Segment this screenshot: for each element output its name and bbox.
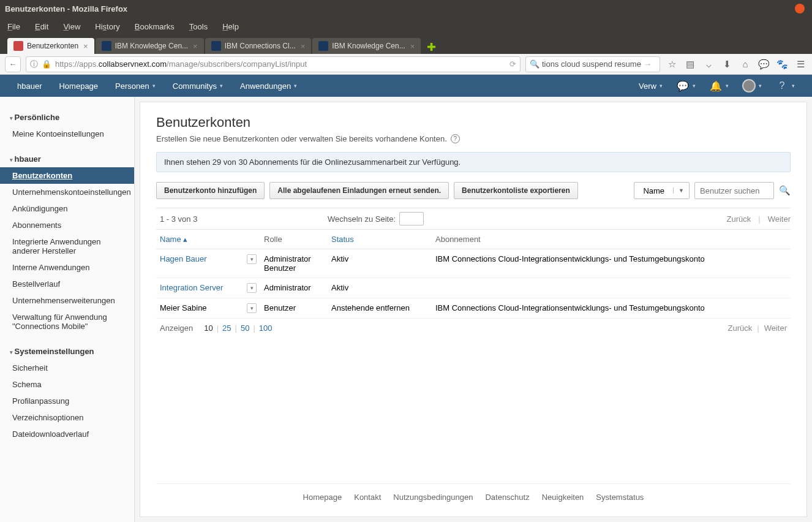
pager-top: 1 - 3 von 3 Wechseln zu Seite: Zurück | … — [156, 208, 791, 230]
go-icon[interactable]: → — [644, 59, 652, 69]
sidebar-item-benutzerkonten[interactable]: Benutzerkonten — [0, 167, 134, 184]
url-field[interactable]: ⓘ 🔒 https://apps.collabservnext.com/mana… — [26, 56, 521, 72]
page-size-25[interactable]: 25 — [222, 323, 231, 333]
hamburger-menu-icon[interactable]: ☰ — [794, 58, 807, 71]
sidebar-item-profile-custom[interactable]: Profilanpassung — [0, 393, 134, 409]
star-icon[interactable]: ☆ — [665, 58, 679, 71]
row-menu-icon[interactable]: ▾ — [247, 254, 257, 264]
page-size-100[interactable]: 100 — [259, 323, 273, 333]
footer-link[interactable]: Datenschutz — [485, 493, 529, 502]
help-icon[interactable]: ? — [451, 134, 460, 143]
home-icon[interactable]: ⌂ — [739, 58, 752, 71]
tab-close-icon[interactable]: × — [301, 42, 306, 51]
footer-link[interactable]: Neuigkeiten — [542, 493, 584, 502]
sidebar-item-download-history[interactable]: Dateidownloadverlauf — [0, 426, 134, 442]
tab-close-icon[interactable]: × — [410, 42, 415, 51]
goto-page-input[interactable] — [399, 212, 424, 225]
footer-link[interactable]: Kontakt — [354, 493, 381, 502]
nav-personen[interactable]: Personen▾ — [115, 81, 156, 91]
cell-subscription: IBM Connections Cloud-Integrationsentwic… — [432, 249, 791, 278]
prev-page-link[interactable]: Zurück — [727, 214, 751, 224]
browser-tab[interactable]: IBM Knowledge Cen... × — [312, 38, 421, 54]
sidebar-item-schema[interactable]: Schema — [0, 376, 134, 393]
row-menu-icon[interactable]: ▾ — [247, 283, 257, 293]
downloads-icon[interactable]: ⬇ — [720, 58, 734, 71]
filter-field-select[interactable]: Name ▼ — [634, 182, 690, 199]
col-status[interactable]: Status — [328, 230, 432, 249]
cell-role: Administrator — [260, 278, 328, 298]
sidebar-section-system[interactable]: Systemeinstellungen — [0, 343, 134, 360]
browser-tab[interactable]: IBM Knowledge Cen... × — [96, 38, 204, 54]
nav-user[interactable]: hbauer — [17, 81, 42, 91]
chat-icon[interactable]: 💬 — [757, 58, 770, 71]
back-button[interactable]: ← — [5, 56, 21, 72]
browser-tab[interactable]: Benutzerkonten × — [7, 38, 94, 54]
col-role: Rolle — [260, 230, 328, 249]
filter-field-value: Name — [634, 186, 673, 195]
pocket-icon[interactable]: ⌵ — [702, 58, 715, 71]
nav-chat-icon[interactable]: 💬▾ — [676, 79, 696, 93]
row-menu-icon[interactable]: ▾ — [247, 303, 257, 313]
sidebar-item-announcements[interactable]: Ankündigungen — [0, 200, 134, 217]
menu-tools[interactable]: Tools — [189, 22, 208, 31]
page-size-10[interactable]: 10 — [204, 323, 212, 333]
window-close-button[interactable] — [795, 4, 805, 13]
sidebar-item-security[interactable]: Sicherheit — [0, 360, 134, 376]
menu-edit[interactable]: Edit — [35, 22, 48, 31]
sidebar-item-account-settings[interactable]: Meine Kontoeinstellungen — [0, 126, 134, 142]
nav-homepage[interactable]: Homepage — [59, 81, 98, 91]
nav-bell-icon[interactable]: 🔔▾ — [709, 79, 729, 93]
user-search-input[interactable] — [694, 182, 774, 199]
tab-close-icon[interactable]: × — [193, 42, 198, 51]
sidebar-item-subscriptions[interactable]: Abonnements — [0, 217, 134, 233]
tab-label: IBM Knowledge Cen... — [332, 42, 405, 50]
sidebar-item-order-history[interactable]: Bestellverlauf — [0, 276, 134, 292]
sidebar-item-mobile-admin[interactable]: Verwaltung für Anwendung "Connections Mo… — [0, 309, 134, 335]
menu-file[interactable]: File — [7, 22, 20, 31]
next-page-link[interactable]: Weiter — [764, 323, 787, 333]
footer-link[interactable]: Nutzungsbedingungen — [393, 493, 473, 502]
nav-communitys[interactable]: Communitys▾ — [173, 81, 223, 91]
menu-help[interactable]: Help — [222, 22, 239, 31]
library-icon[interactable]: ▤ — [683, 58, 697, 71]
col-name[interactable]: Name ▴ — [156, 230, 260, 249]
export-list-button[interactable]: Benutzerkontoliste exportieren — [454, 182, 578, 199]
browser-search-field[interactable]: 🔍 tions cloud suspend resume → — [525, 56, 660, 72]
nav-help-icon[interactable]: ?▾ — [775, 79, 795, 93]
sidebar: Persönliche Meine Kontoeinstellungen hba… — [0, 97, 135, 522]
browser-tab[interactable]: IBM Connections Cl... × — [205, 38, 312, 54]
reload-icon[interactable]: ⟳ — [509, 59, 516, 69]
menu-bookmarks[interactable]: Bookmarks — [135, 22, 175, 31]
cell-role: Benutzer — [260, 298, 328, 319]
sidebar-item-extensions[interactable]: Unternehmenserweiterungen — [0, 292, 134, 309]
cell-name[interactable]: Hagen Bauer ▾ — [156, 249, 260, 278]
add-account-button[interactable]: Benutzerkonto hinzufügen — [156, 182, 265, 199]
search-icon[interactable]: 🔍 — [779, 185, 791, 196]
sidebar-section-org[interactable]: hbauer — [0, 151, 134, 167]
sidebar-item-thirdparty-apps[interactable]: Integrierte Anwendungen anderer Herstell… — [0, 233, 134, 259]
nav-anwendungen[interactable]: Anwendungen▾ — [240, 81, 297, 91]
sidebar-item-internal-apps[interactable]: Interne Anwendungen — [0, 259, 134, 276]
cell-name[interactable]: Integration Server ▾ — [156, 278, 260, 298]
tab-favicon-icon — [102, 41, 111, 51]
footer-link[interactable]: Systemstatus — [596, 493, 644, 502]
addon-icon[interactable]: 🐾 — [775, 58, 789, 71]
next-page-link[interactable]: Weiter — [768, 214, 791, 224]
menu-history[interactable]: History — [95, 22, 119, 31]
tab-close-icon[interactable]: × — [83, 42, 88, 51]
prev-page-link[interactable]: Zurück — [728, 323, 753, 333]
sidebar-item-directory-options[interactable]: Verzeichnisoptionen — [0, 409, 134, 426]
sidebar-section-personal[interactable]: Persönliche — [0, 109, 134, 126]
new-tab-button[interactable]: ✚ — [422, 40, 441, 54]
resend-invites-button[interactable]: Alle abgelaufenen Einladungen erneut sen… — [269, 182, 449, 199]
sort-asc-icon: ▴ — [183, 235, 187, 244]
page-size-50[interactable]: 50 — [241, 323, 249, 333]
table-row: Hagen Bauer ▾Administrator BenutzerAktiv… — [156, 249, 791, 278]
sidebar-item-org-settings[interactable]: Unternehmenskontoeinstellungen — [0, 184, 134, 200]
nav-verw[interactable]: Verw▾ — [639, 81, 663, 91]
footer-link[interactable]: Homepage — [303, 493, 342, 502]
col-subscription: Abonnement — [432, 230, 791, 249]
menu-view[interactable]: View — [63, 22, 80, 31]
page-subtitle: Erstellen Sie neue Benutzerkonten oder v… — [156, 134, 791, 143]
nav-avatar[interactable]: ▾ — [742, 79, 762, 93]
